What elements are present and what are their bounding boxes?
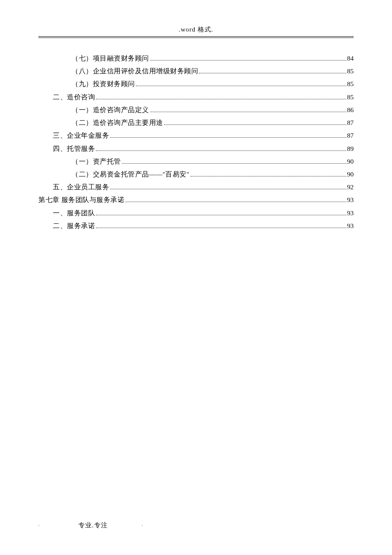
toc-entry: 四、托管服务89: [38, 142, 354, 155]
page-header: .word 格式.: [38, 26, 354, 37]
toc-leader-dots: [122, 163, 346, 164]
toc-entry-page: 92: [347, 181, 354, 194]
toc-entry-page: 90: [347, 155, 354, 168]
toc-entry-title: 二、造价咨询: [53, 91, 95, 104]
toc-entry-title: 四、托管服务: [53, 142, 95, 155]
toc-leader-dots: [96, 150, 346, 151]
toc-leader-dots: [110, 189, 346, 189]
toc-entry-page: 87: [347, 129, 354, 142]
toc-entry-title: 五、企业员工服务: [53, 181, 109, 194]
toc-leader-dots: [110, 137, 346, 138]
toc-leader-dots: [150, 112, 346, 112]
toc-entry-page: 86: [347, 104, 354, 116]
toc-entry-title: 三、企业年金服务: [53, 129, 109, 142]
toc-leader-dots: [96, 228, 346, 228]
toc-entry-page: 90: [347, 168, 354, 181]
toc-leader-dots: [164, 124, 346, 125]
toc-entry-title: （八）企业信用评价及信用增级财务顾问: [72, 65, 198, 78]
toc-entry: 一、服务团队93: [38, 207, 354, 220]
toc-leader-dots: [136, 86, 346, 86]
page-footer: . 专业.专注 .: [0, 521, 392, 529]
toc-entry-title: （一）造价咨询产品定义: [72, 104, 149, 116]
toc-entry: （七）项目融资财务顾问84: [38, 52, 354, 65]
footer-dot-left: .: [38, 521, 78, 529]
toc-entry: （一）造价咨询产品定义86: [38, 104, 354, 116]
toc-entry-page: 93: [347, 194, 354, 206]
toc-entry: （一）资产托管90: [38, 155, 354, 168]
toc-entry: （八）企业信用评价及信用增级财务顾问85: [38, 65, 354, 78]
toc-entry-title: 二、服务承诺: [53, 220, 95, 232]
toc-leader-dots: [96, 215, 346, 215]
document-page: .word 格式. （七）项目融资财务顾问84（八）企业信用评价及信用增级财务顾…: [0, 0, 392, 232]
toc-entry-title: （九）投资财务顾问: [72, 78, 135, 90]
toc-leader-dots: [125, 202, 346, 202]
toc-entry: （二）交易资金托管产品——"百易安"90: [38, 168, 354, 181]
toc-entry: 三、企业年金服务87: [38, 129, 354, 142]
header-title: .word 格式.: [179, 26, 213, 33]
toc-entry-page: 89: [347, 142, 354, 155]
toc-entry-page: 85: [347, 65, 354, 78]
toc-entry-title: 第七章 服务团队与服务承诺: [38, 194, 124, 206]
toc-leader-dots: [96, 99, 346, 99]
table-of-contents: （七）项目融资财务顾问84（八）企业信用评价及信用增级财务顾问85（九）投资财务…: [38, 52, 354, 232]
toc-entry-title: （七）项目融资财务顾问: [72, 52, 149, 65]
toc-leader-dots: [199, 73, 346, 73]
toc-entry: 第七章 服务团队与服务承诺93: [38, 194, 354, 206]
toc-entry: （二）造价咨询产品主要用途87: [38, 116, 354, 129]
toc-entry-title: （二）造价咨询产品主要用途: [72, 116, 163, 129]
toc-entry-page: 87: [347, 116, 354, 129]
toc-entry-title: 一、服务团队: [53, 207, 95, 220]
footer-dot-right: .: [108, 521, 144, 529]
toc-entry: （九）投资财务顾问85: [38, 78, 354, 90]
toc-leader-dots: [150, 60, 346, 61]
toc-entry-page: 93: [347, 220, 354, 232]
toc-entry-page: 85: [347, 91, 354, 104]
footer-text: 专业.专注: [78, 521, 108, 529]
toc-leader-dots: [190, 176, 346, 176]
toc-entry-page: 84: [347, 52, 354, 65]
toc-entry-page: 85: [347, 78, 354, 90]
toc-entry-title: （二）交易资金托管产品——"百易安": [72, 168, 190, 181]
toc-entry: 二、服务承诺93: [38, 220, 354, 232]
toc-entry: 五、企业员工服务92: [38, 181, 354, 194]
toc-entry-page: 93: [347, 207, 354, 220]
toc-entry: 二、造价咨询85: [38, 91, 354, 104]
toc-entry-title: （一）资产托管: [72, 155, 121, 168]
